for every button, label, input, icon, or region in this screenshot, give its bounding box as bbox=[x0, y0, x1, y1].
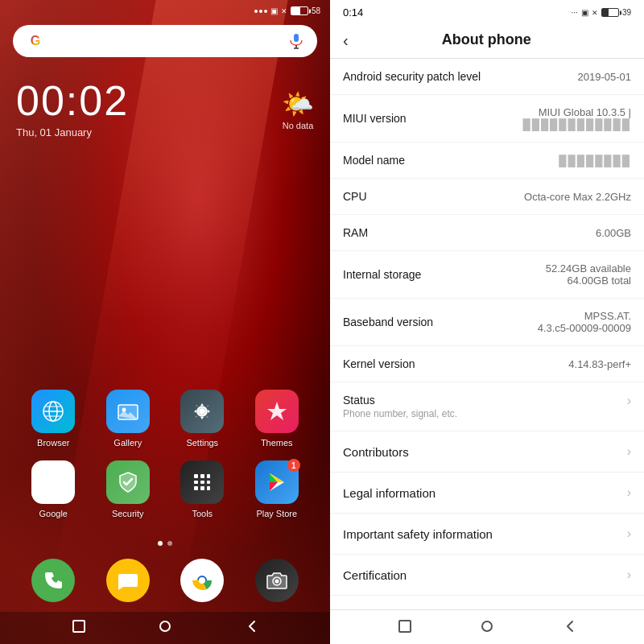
nav-bar-right bbox=[330, 609, 644, 644]
right-panel: 0:14 ··· ▣ ✕ 39 ‹ About phone Android se… bbox=[330, 0, 644, 644]
status-icons-right: ··· ▣ ✕ 39 bbox=[572, 8, 631, 17]
app-gallery[interactable]: Gallery bbox=[99, 390, 157, 448]
status-label: Status bbox=[343, 394, 457, 407]
setting-miui-version[interactable]: MIUI version MIUI Global 10.3.5 | ██████… bbox=[330, 95, 644, 142]
google-g-letter: G bbox=[31, 34, 40, 48]
app-playstore[interactable]: 1 Play Store bbox=[248, 460, 306, 518]
settings-icon bbox=[180, 390, 224, 433]
gallery-label: Gallery bbox=[114, 438, 142, 448]
header-bar: ‹ About phone bbox=[330, 22, 644, 59]
settings-label: Settings bbox=[186, 438, 218, 448]
battery-label-left: 58 bbox=[312, 6, 320, 15]
svg-point-16 bbox=[275, 580, 279, 584]
setting-contributors[interactable]: Contributors › bbox=[330, 431, 644, 473]
page-title: About phone bbox=[358, 31, 615, 48]
status-left: Status Phone number, signal, etc. bbox=[343, 394, 457, 419]
x-icon-right: ✕ bbox=[592, 9, 598, 17]
nav-square-btn[interactable] bbox=[71, 618, 87, 634]
svg-point-18 bbox=[160, 621, 170, 631]
nav-square-right[interactable] bbox=[397, 618, 413, 634]
status-sub: Phone number, signal, etc. bbox=[343, 408, 457, 419]
app-themes[interactable]: Themes bbox=[248, 390, 306, 448]
browser-label: Browser bbox=[37, 438, 69, 448]
miui-value-line2: ████████████ bbox=[522, 118, 631, 130]
screen-icon-right: ▣ bbox=[581, 8, 588, 17]
page-dots bbox=[0, 538, 330, 552]
back-button[interactable]: ‹ bbox=[343, 32, 349, 48]
app-row-2: Google Security bbox=[16, 460, 314, 518]
weather-cloud-icon: 🌤️ bbox=[282, 89, 314, 119]
baseband-value2: 4.3.c5-00009-00009 bbox=[538, 322, 631, 334]
status-icons-left: ▣ ✕ 58 bbox=[270, 6, 320, 15]
setting-safety[interactable]: Important safety information › bbox=[330, 514, 644, 555]
nav-home-right[interactable] bbox=[479, 618, 495, 634]
android-security-label: Android security patch level bbox=[343, 70, 481, 83]
gallery-icon bbox=[106, 390, 150, 433]
nav-back-btn[interactable] bbox=[244, 618, 260, 634]
setting-kernel[interactable]: Kernel version 4.14.83-perf+ bbox=[330, 346, 644, 382]
mic-icon[interactable] bbox=[288, 33, 304, 49]
settings-content[interactable]: Android security patch level 2019-05-01 … bbox=[330, 59, 644, 609]
google-logo: G bbox=[26, 31, 45, 51]
nav-back-right[interactable] bbox=[562, 618, 578, 634]
setting-android-security[interactable]: Android security patch level 2019-05-01 bbox=[330, 59, 644, 95]
dock-chrome[interactable] bbox=[180, 559, 224, 602]
setting-cpu[interactable]: CPU Octa-core Max 2.2GHz bbox=[330, 179, 644, 215]
setting-storage[interactable]: Internal storage 52.24GB available 64.00… bbox=[330, 251, 644, 299]
setting-certification[interactable]: Certification › bbox=[330, 555, 644, 596]
model-value: ████████ bbox=[559, 155, 631, 167]
dot2 bbox=[259, 10, 262, 13]
battery-right-fill bbox=[602, 9, 609, 16]
camera-icon bbox=[255, 559, 299, 602]
android-security-value: 2019-05-01 bbox=[578, 71, 632, 83]
dock-phone[interactable] bbox=[31, 559, 75, 602]
baseband-value1: MPSS.AT. bbox=[538, 310, 631, 322]
status-chevron: › bbox=[627, 394, 631, 408]
setting-legal[interactable]: Legal information › bbox=[330, 473, 644, 514]
battery-left bbox=[291, 6, 308, 15]
tools-label: Tools bbox=[192, 509, 213, 518]
setting-status[interactable]: Status Phone number, signal, etc. › bbox=[330, 382, 644, 431]
svg-point-20 bbox=[482, 621, 492, 631]
screen-icon: ▣ bbox=[270, 6, 278, 15]
storage-available: 52.24GB available bbox=[546, 262, 631, 275]
safety-label: Important safety information bbox=[343, 527, 493, 541]
battery-left-fill bbox=[291, 7, 301, 14]
app-tools[interactable]: Tools bbox=[173, 460, 231, 518]
storage-label: Internal storage bbox=[343, 268, 421, 281]
security-label: Security bbox=[112, 509, 144, 518]
dock-messages[interactable] bbox=[106, 559, 150, 602]
playstore-icon: 1 bbox=[255, 460, 299, 504]
cpu-label: CPU bbox=[343, 190, 367, 203]
browser-icon bbox=[31, 390, 75, 433]
kernel-value: 4.14.83-perf+ bbox=[568, 358, 631, 370]
clock-time: 00:02 bbox=[16, 76, 314, 125]
setting-baseband[interactable]: Baseband version MPSS.AT. 4.3.c5-00009-0… bbox=[330, 299, 644, 346]
playstore-badge: 1 bbox=[287, 459, 300, 472]
search-bar[interactable]: G bbox=[13, 25, 317, 57]
status-bar-left: ▣ ✕ 58 bbox=[0, 0, 330, 19]
setting-model[interactable]: Model name ████████ bbox=[330, 142, 644, 179]
signal-icon-right: ··· bbox=[572, 8, 578, 17]
google-label: Google bbox=[39, 509, 68, 518]
setting-ram[interactable]: RAM 6.00GB bbox=[330, 215, 644, 251]
miui-label: MIUI version bbox=[343, 112, 407, 125]
battery-right bbox=[601, 8, 619, 17]
dock-camera[interactable] bbox=[255, 559, 299, 602]
app-settings[interactable]: Settings bbox=[173, 390, 231, 448]
app-browser[interactable]: Browser bbox=[24, 390, 82, 448]
app-row-1: Browser Gallery bbox=[16, 390, 314, 448]
certification-chevron: › bbox=[627, 568, 631, 582]
nav-home-btn[interactable] bbox=[157, 618, 173, 634]
status-bar-right: 0:14 ··· ▣ ✕ 39 bbox=[330, 0, 644, 22]
dock bbox=[0, 552, 330, 612]
app-google[interactable]: Google bbox=[24, 460, 82, 518]
nav-bar-left bbox=[0, 612, 330, 644]
weather-label: No data bbox=[283, 121, 314, 130]
svg-rect-19 bbox=[399, 621, 411, 632]
themes-label: Themes bbox=[261, 438, 293, 448]
ram-label: RAM bbox=[343, 226, 368, 239]
app-security[interactable]: Security bbox=[99, 460, 157, 518]
themes-icon bbox=[255, 390, 299, 433]
security-icon bbox=[106, 460, 150, 504]
